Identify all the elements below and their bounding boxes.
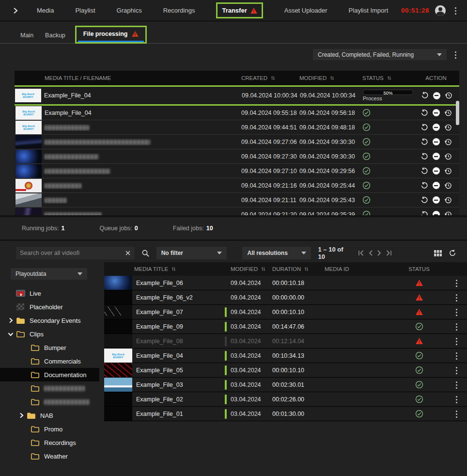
retry-icon[interactable] bbox=[420, 196, 428, 204]
row-menu-icon[interactable] bbox=[452, 351, 460, 360]
last-page-icon[interactable] bbox=[385, 250, 392, 256]
tree-item-nab[interactable]: NAB bbox=[0, 409, 99, 422]
grid-view-icon[interactable] bbox=[434, 250, 442, 256]
tab-backup[interactable]: Backup bbox=[39, 29, 71, 44]
resolution-select[interactable]: All resolutions bbox=[242, 247, 311, 259]
nav-media[interactable]: Media bbox=[37, 7, 54, 14]
media-row[interactable]: Example_File_02 03.04.2024 00:02:26.00 bbox=[104, 392, 467, 407]
history-icon[interactable] bbox=[445, 92, 452, 99]
row-menu-icon[interactable] bbox=[452, 322, 460, 331]
row-menu-icon[interactable] bbox=[452, 395, 460, 404]
tree-item-clips[interactable]: Clips bbox=[0, 327, 99, 341]
media-row[interactable]: Example_File_09 03.04.2024 00:14:47.06 bbox=[104, 319, 467, 334]
col-status[interactable]: STATUS bbox=[392, 266, 446, 272]
retry-icon[interactable] bbox=[420, 138, 428, 146]
cancel-icon[interactable] bbox=[433, 182, 440, 189]
cancel-icon[interactable] bbox=[433, 167, 440, 175]
transfer-row[interactable]: 09.04.2024 09:27:06 09.04.2024 09:30:30 bbox=[15, 135, 459, 149]
cancel-icon[interactable] bbox=[433, 196, 440, 204]
topbar-menu-icon[interactable] bbox=[451, 6, 459, 15]
tab-main[interactable]: Main bbox=[15, 29, 39, 44]
scrollbar[interactable] bbox=[456, 101, 459, 125]
retry-icon[interactable] bbox=[420, 109, 428, 117]
col-duration[interactable]: DURATION bbox=[272, 266, 325, 272]
col-media-title[interactable]: MEDIA TITLE bbox=[134, 266, 225, 272]
row-menu-icon[interactable] bbox=[452, 410, 460, 418]
cancel-icon[interactable] bbox=[433, 109, 440, 116]
tree-item-redacted[interactable] bbox=[0, 395, 99, 409]
media-row[interactable]: Example_File_06 09.04.2024 00:00:10.18 bbox=[104, 276, 467, 290]
col-status[interactable]: STATUS bbox=[358, 75, 413, 81]
tree-item-redacted[interactable] bbox=[0, 381, 99, 395]
transfer-row[interactable]: 09.04.2024 09:27:30 09.04.2024 09:30:30 bbox=[15, 149, 459, 164]
transfer-row[interactable]: Big Buck BUNNY 09.04.2024 09:44:51 09.04… bbox=[15, 120, 459, 135]
transfer-row[interactable]: 09.04.2024 09:21:20 09.04.2024 09:25:39 bbox=[15, 207, 459, 215]
filter-select[interactable]: No filter bbox=[156, 247, 227, 259]
col-created[interactable]: CREATED bbox=[241, 75, 299, 81]
col-modified[interactable]: MODIFIED bbox=[299, 75, 358, 81]
nav-playlist[interactable]: Playlist bbox=[75, 7, 95, 14]
first-page-icon[interactable] bbox=[358, 250, 365, 256]
history-icon[interactable] bbox=[444, 109, 452, 117]
transfer-row[interactable]: Big Buck BUNNY Example_File_04 09.04.202… bbox=[15, 87, 459, 104]
tree-item-promo[interactable]: Promo bbox=[0, 422, 99, 436]
cancel-icon[interactable] bbox=[433, 211, 440, 215]
retry-icon[interactable] bbox=[420, 124, 428, 131]
chevron-down-icon[interactable] bbox=[6, 332, 16, 337]
nav-playlist-import[interactable]: Playlist Import bbox=[349, 7, 389, 14]
search-icon[interactable] bbox=[141, 249, 150, 257]
tree-item-commercials[interactable]: Commercials bbox=[0, 354, 99, 368]
expand-nav-icon[interactable] bbox=[13, 7, 18, 14]
nav-graphics[interactable]: Graphics bbox=[117, 7, 142, 14]
nav-transfer[interactable]: Transfer bbox=[216, 2, 263, 18]
transfer-row[interactable]: Big Buck BUNNY Example_File_04 09.04.202… bbox=[15, 106, 459, 120]
media-row[interactable]: Example_File_07 09.04.2024 00:00:10.10 bbox=[104, 305, 467, 319]
row-menu-icon[interactable] bbox=[452, 308, 460, 317]
retry-icon[interactable] bbox=[421, 92, 429, 99]
history-icon[interactable] bbox=[444, 167, 452, 175]
media-row[interactable]: Example_File_06_v2 09.04.2024 00:00:00.0… bbox=[104, 290, 467, 305]
row-menu-icon[interactable] bbox=[452, 366, 460, 375]
history-icon[interactable] bbox=[444, 182, 452, 190]
col-modified[interactable]: MODIFIED bbox=[231, 266, 272, 272]
media-row[interactable]: Example_File_05 03.04.2024 00:00:10.10 bbox=[104, 363, 467, 378]
media-row[interactable]: Example_File_03 03.04.2024 00:02:30.01 bbox=[104, 378, 467, 392]
tree-item-live[interactable]: Live bbox=[0, 286, 99, 300]
row-menu-icon[interactable] bbox=[452, 279, 460, 287]
history-icon[interactable] bbox=[444, 138, 452, 146]
refresh-icon[interactable] bbox=[449, 249, 456, 257]
cancel-icon[interactable] bbox=[433, 92, 440, 99]
cancel-icon[interactable] bbox=[433, 124, 440, 131]
tree-item-weather[interactable]: Weather bbox=[0, 449, 99, 463]
transfer-row[interactable]: 09.04.2024 09:21:11 09.04.2024 09:25:43 bbox=[15, 193, 459, 207]
tree-item-documentation[interactable]: Documentation bbox=[0, 368, 99, 381]
nav-asset-uploader[interactable]: Asset Uploader bbox=[284, 7, 327, 14]
search-input[interactable] bbox=[20, 250, 125, 256]
root-folder-select[interactable]: Playoutdata bbox=[11, 268, 87, 280]
next-page-icon[interactable] bbox=[376, 250, 382, 256]
row-menu-icon[interactable] bbox=[452, 293, 460, 302]
tree-item-bumper[interactable]: Bumper bbox=[0, 341, 99, 354]
tree-item-secondary-events[interactable]: Secondary Events bbox=[0, 314, 99, 327]
retry-icon[interactable] bbox=[420, 167, 428, 175]
chevron-right-icon[interactable] bbox=[16, 413, 26, 418]
filter-menu-icon[interactable] bbox=[451, 50, 459, 59]
cancel-icon[interactable] bbox=[433, 153, 440, 160]
media-row[interactable]: Example_File_01 03.04.2024 00:01:30.00 bbox=[104, 407, 467, 421]
media-row[interactable]: Example_File_08 03.04.2024 00:12:14.04 bbox=[104, 334, 467, 349]
transfer-row[interactable]: 09.04.2024 09:27:10 09.04.2024 09:29:56 bbox=[15, 164, 459, 178]
clear-search-icon[interactable] bbox=[125, 250, 131, 256]
history-icon[interactable] bbox=[444, 153, 452, 160]
retry-icon[interactable] bbox=[420, 182, 428, 190]
tree-item-placeholder[interactable]: Placeholder bbox=[0, 300, 99, 314]
retry-icon[interactable] bbox=[420, 153, 428, 160]
retry-icon[interactable] bbox=[420, 211, 428, 216]
status-filter-select[interactable]: Created, Completed, Failed, Running bbox=[313, 49, 447, 60]
col-media-id[interactable]: MEDIA ID bbox=[325, 266, 392, 272]
row-menu-icon[interactable] bbox=[452, 381, 460, 389]
tab-file-processing[interactable]: File processing bbox=[75, 26, 147, 44]
media-row[interactable]: Big Buck BUNNY Example_File_04 03.04.202… bbox=[104, 349, 467, 363]
transfer-row[interactable]: 09.04.2024 09:21:16 09.04.2024 09:25:44 bbox=[15, 178, 459, 193]
cancel-icon[interactable] bbox=[433, 138, 440, 145]
nav-recordings[interactable]: Recordings bbox=[163, 7, 195, 14]
